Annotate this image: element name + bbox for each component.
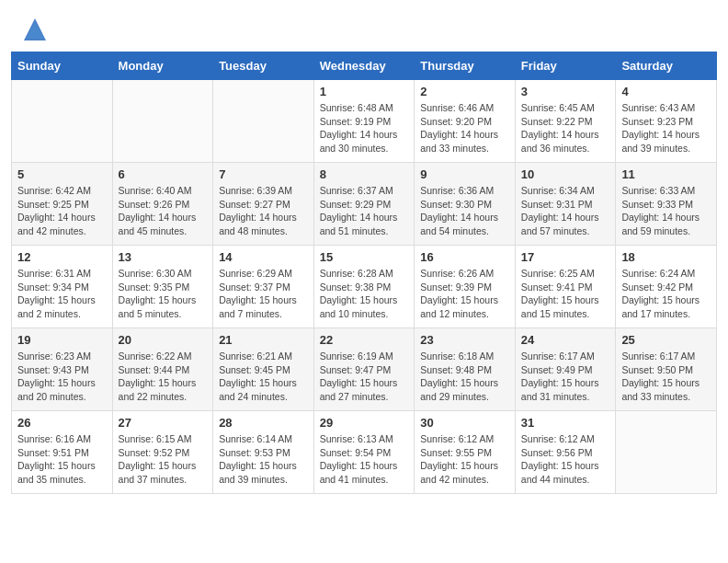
calendar-week-row: 1Sunrise: 6:48 AM Sunset: 9:19 PM Daylig… bbox=[12, 80, 717, 163]
col-saturday: Saturday bbox=[616, 52, 717, 80]
calendar-cell: 4Sunrise: 6:43 AM Sunset: 9:23 PM Daylig… bbox=[616, 80, 717, 163]
day-number: 28 bbox=[219, 416, 308, 430]
day-number: 22 bbox=[320, 333, 409, 347]
day-info: Sunrise: 6:42 AM Sunset: 9:25 PM Dayligh… bbox=[17, 184, 107, 238]
calendar-cell: 20Sunrise: 6:22 AM Sunset: 9:44 PM Dayli… bbox=[112, 328, 213, 411]
day-info: Sunrise: 6:31 AM Sunset: 9:34 PM Dayligh… bbox=[17, 267, 107, 321]
day-number: 12 bbox=[17, 250, 107, 264]
calendar-cell: 5Sunrise: 6:42 AM Sunset: 9:25 PM Daylig… bbox=[12, 163, 113, 246]
calendar-cell: 30Sunrise: 6:12 AM Sunset: 9:55 PM Dayli… bbox=[415, 411, 516, 494]
day-info: Sunrise: 6:19 AM Sunset: 9:47 PM Dayligh… bbox=[320, 350, 409, 404]
day-number: 15 bbox=[320, 250, 409, 264]
day-number: 3 bbox=[521, 85, 610, 98]
day-number: 25 bbox=[621, 333, 711, 347]
calendar-cell bbox=[112, 80, 213, 163]
calendar-body: 1Sunrise: 6:48 AM Sunset: 9:19 PM Daylig… bbox=[12, 80, 717, 494]
day-number: 10 bbox=[521, 167, 610, 181]
day-number: 19 bbox=[17, 333, 107, 347]
calendar-cell bbox=[12, 80, 113, 163]
day-info: Sunrise: 6:12 AM Sunset: 9:55 PM Dayligh… bbox=[420, 432, 509, 487]
calendar-cell bbox=[616, 411, 717, 494]
day-number: 29 bbox=[320, 416, 409, 430]
day-info: Sunrise: 6:45 AM Sunset: 9:22 PM Dayligh… bbox=[521, 101, 610, 155]
day-number: 18 bbox=[621, 250, 711, 264]
header-row: Sunday Monday Tuesday Wednesday Thursday… bbox=[12, 52, 717, 80]
day-number: 8 bbox=[320, 167, 409, 181]
day-number: 16 bbox=[420, 250, 509, 264]
day-number: 23 bbox=[420, 333, 509, 347]
calendar-cell: 22Sunrise: 6:19 AM Sunset: 9:47 PM Dayli… bbox=[313, 328, 415, 411]
calendar-week-row: 26Sunrise: 6:16 AM Sunset: 9:51 PM Dayli… bbox=[12, 411, 717, 494]
calendar-cell: 2Sunrise: 6:46 AM Sunset: 9:20 PM Daylig… bbox=[415, 80, 516, 163]
day-info: Sunrise: 6:39 AM Sunset: 9:27 PM Dayligh… bbox=[219, 184, 308, 238]
calendar-cell: 29Sunrise: 6:13 AM Sunset: 9:54 PM Dayli… bbox=[313, 411, 415, 494]
calendar-cell: 12Sunrise: 6:31 AM Sunset: 9:34 PM Dayli… bbox=[12, 246, 113, 328]
day-info: Sunrise: 6:12 AM Sunset: 9:56 PM Dayligh… bbox=[521, 432, 610, 487]
calendar-cell: 13Sunrise: 6:30 AM Sunset: 9:35 PM Dayli… bbox=[112, 246, 213, 328]
day-info: Sunrise: 6:34 AM Sunset: 9:31 PM Dayligh… bbox=[521, 184, 610, 238]
day-number: 31 bbox=[521, 416, 610, 430]
calendar-cell: 10Sunrise: 6:34 AM Sunset: 9:31 PM Dayli… bbox=[515, 163, 616, 246]
day-info: Sunrise: 6:22 AM Sunset: 9:44 PM Dayligh… bbox=[119, 350, 208, 404]
logo bbox=[22, 17, 51, 42]
calendar-cell: 15Sunrise: 6:28 AM Sunset: 9:38 PM Dayli… bbox=[313, 246, 415, 328]
calendar-cell: 14Sunrise: 6:29 AM Sunset: 9:37 PM Dayli… bbox=[213, 246, 314, 328]
day-number: 2 bbox=[420, 85, 509, 98]
logo-icon bbox=[22, 17, 48, 42]
col-monday: Monday bbox=[112, 52, 213, 80]
calendar-cell: 17Sunrise: 6:25 AM Sunset: 9:41 PM Dayli… bbox=[515, 246, 616, 328]
calendar-week-row: 19Sunrise: 6:23 AM Sunset: 9:43 PM Dayli… bbox=[12, 328, 717, 411]
day-info: Sunrise: 6:48 AM Sunset: 9:19 PM Dayligh… bbox=[320, 101, 409, 155]
day-number: 26 bbox=[17, 416, 107, 430]
calendar-cell: 9Sunrise: 6:36 AM Sunset: 9:30 PM Daylig… bbox=[415, 163, 516, 246]
day-number: 7 bbox=[219, 167, 308, 181]
svg-marker-1 bbox=[26, 22, 44, 39]
day-info: Sunrise: 6:28 AM Sunset: 9:38 PM Dayligh… bbox=[320, 267, 409, 321]
col-wednesday: Wednesday bbox=[313, 52, 415, 80]
calendar-cell: 26Sunrise: 6:16 AM Sunset: 9:51 PM Dayli… bbox=[12, 411, 113, 494]
day-info: Sunrise: 6:16 AM Sunset: 9:51 PM Dayligh… bbox=[17, 432, 107, 487]
day-info: Sunrise: 6:26 AM Sunset: 9:39 PM Dayligh… bbox=[420, 267, 509, 321]
calendar-cell: 1Sunrise: 6:48 AM Sunset: 9:19 PM Daylig… bbox=[313, 80, 415, 163]
day-info: Sunrise: 6:14 AM Sunset: 9:53 PM Dayligh… bbox=[219, 432, 308, 487]
calendar-week-row: 12Sunrise: 6:31 AM Sunset: 9:34 PM Dayli… bbox=[12, 246, 717, 328]
calendar-cell: 24Sunrise: 6:17 AM Sunset: 9:49 PM Dayli… bbox=[515, 328, 616, 411]
day-number: 30 bbox=[420, 416, 509, 430]
day-number: 5 bbox=[17, 167, 107, 181]
day-info: Sunrise: 6:17 AM Sunset: 9:50 PM Dayligh… bbox=[621, 350, 711, 404]
day-info: Sunrise: 6:13 AM Sunset: 9:54 PM Dayligh… bbox=[320, 432, 409, 487]
day-number: 14 bbox=[219, 250, 308, 264]
day-info: Sunrise: 6:25 AM Sunset: 9:41 PM Dayligh… bbox=[521, 267, 610, 321]
calendar-cell: 18Sunrise: 6:24 AM Sunset: 9:42 PM Dayli… bbox=[616, 246, 717, 328]
day-info: Sunrise: 6:29 AM Sunset: 9:37 PM Dayligh… bbox=[219, 267, 308, 321]
calendar-cell: 25Sunrise: 6:17 AM Sunset: 9:50 PM Dayli… bbox=[616, 328, 717, 411]
calendar-cell: 7Sunrise: 6:39 AM Sunset: 9:27 PM Daylig… bbox=[213, 163, 314, 246]
day-info: Sunrise: 6:36 AM Sunset: 9:30 PM Dayligh… bbox=[420, 184, 509, 238]
calendar-cell: 21Sunrise: 6:21 AM Sunset: 9:45 PM Dayli… bbox=[213, 328, 314, 411]
calendar-cell: 6Sunrise: 6:40 AM Sunset: 9:26 PM Daylig… bbox=[112, 163, 213, 246]
calendar-cell: 16Sunrise: 6:26 AM Sunset: 9:39 PM Dayli… bbox=[415, 246, 516, 328]
calendar-cell: 8Sunrise: 6:37 AM Sunset: 9:29 PM Daylig… bbox=[313, 163, 415, 246]
day-info: Sunrise: 6:46 AM Sunset: 9:20 PM Dayligh… bbox=[420, 101, 509, 155]
day-info: Sunrise: 6:40 AM Sunset: 9:26 PM Dayligh… bbox=[119, 184, 208, 238]
day-number: 24 bbox=[521, 333, 610, 347]
day-number: 9 bbox=[420, 167, 509, 181]
day-number: 20 bbox=[119, 333, 208, 347]
day-number: 17 bbox=[521, 250, 610, 264]
day-number: 11 bbox=[621, 167, 711, 181]
day-number: 1 bbox=[320, 85, 409, 98]
day-number: 27 bbox=[119, 416, 208, 430]
day-number: 4 bbox=[621, 85, 711, 98]
day-info: Sunrise: 6:18 AM Sunset: 9:48 PM Dayligh… bbox=[420, 350, 509, 404]
calendar-cell bbox=[213, 80, 314, 163]
calendar-cell: 19Sunrise: 6:23 AM Sunset: 9:43 PM Dayli… bbox=[12, 328, 113, 411]
calendar-cell: 23Sunrise: 6:18 AM Sunset: 9:48 PM Dayli… bbox=[415, 328, 516, 411]
day-number: 13 bbox=[119, 250, 208, 264]
calendar-cell: 31Sunrise: 6:12 AM Sunset: 9:56 PM Dayli… bbox=[515, 411, 616, 494]
calendar-cell: 28Sunrise: 6:14 AM Sunset: 9:53 PM Dayli… bbox=[213, 411, 314, 494]
day-info: Sunrise: 6:23 AM Sunset: 9:43 PM Dayligh… bbox=[17, 350, 107, 404]
calendar-cell: 11Sunrise: 6:33 AM Sunset: 9:33 PM Dayli… bbox=[616, 163, 717, 246]
day-info: Sunrise: 6:30 AM Sunset: 9:35 PM Dayligh… bbox=[119, 267, 208, 321]
day-info: Sunrise: 6:24 AM Sunset: 9:42 PM Dayligh… bbox=[621, 267, 711, 321]
day-number: 21 bbox=[219, 333, 308, 347]
